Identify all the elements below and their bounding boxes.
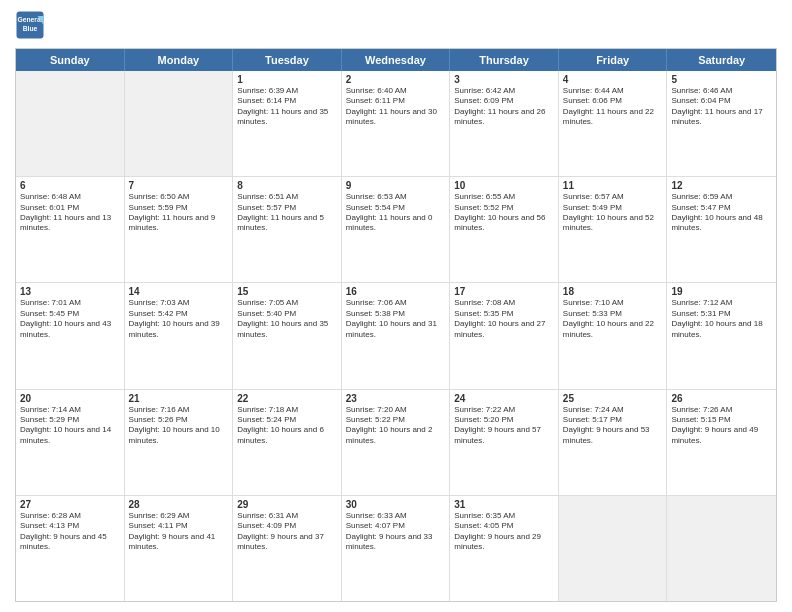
calendar-cell: 16Sunrise: 7:06 AM Sunset: 5:38 PM Dayli… — [342, 283, 451, 388]
cell-content: Sunrise: 6:50 AM Sunset: 5:59 PM Dayligh… — [129, 192, 229, 234]
calendar-cell: 5Sunrise: 6:46 AM Sunset: 6:04 PM Daylig… — [667, 71, 776, 176]
calendar-cell: 19Sunrise: 7:12 AM Sunset: 5:31 PM Dayli… — [667, 283, 776, 388]
day-number: 18 — [563, 286, 663, 297]
day-number: 11 — [563, 180, 663, 191]
cell-content: Sunrise: 6:35 AM Sunset: 4:05 PM Dayligh… — [454, 511, 554, 553]
header-day-tuesday: Tuesday — [233, 49, 342, 71]
calendar-body: 1Sunrise: 6:39 AM Sunset: 6:14 PM Daylig… — [16, 71, 776, 601]
calendar-cell: 26Sunrise: 7:26 AM Sunset: 5:15 PM Dayli… — [667, 390, 776, 495]
day-number: 14 — [129, 286, 229, 297]
cell-content: Sunrise: 6:31 AM Sunset: 4:09 PM Dayligh… — [237, 511, 337, 553]
calendar-cell: 23Sunrise: 7:20 AM Sunset: 5:22 PM Dayli… — [342, 390, 451, 495]
day-number: 6 — [20, 180, 120, 191]
cell-content: Sunrise: 6:53 AM Sunset: 5:54 PM Dayligh… — [346, 192, 446, 234]
calendar-row-3: 20Sunrise: 7:14 AM Sunset: 5:29 PM Dayli… — [16, 390, 776, 496]
day-number: 2 — [346, 74, 446, 85]
day-number: 28 — [129, 499, 229, 510]
cell-content: Sunrise: 6:51 AM Sunset: 5:57 PM Dayligh… — [237, 192, 337, 234]
cell-content: Sunrise: 6:33 AM Sunset: 4:07 PM Dayligh… — [346, 511, 446, 553]
cell-content: Sunrise: 7:05 AM Sunset: 5:40 PM Dayligh… — [237, 298, 337, 340]
cell-content: Sunrise: 6:57 AM Sunset: 5:49 PM Dayligh… — [563, 192, 663, 234]
calendar-cell: 18Sunrise: 7:10 AM Sunset: 5:33 PM Dayli… — [559, 283, 668, 388]
day-number: 19 — [671, 286, 772, 297]
day-number: 3 — [454, 74, 554, 85]
cell-content: Sunrise: 6:40 AM Sunset: 6:11 PM Dayligh… — [346, 86, 446, 128]
cell-content: Sunrise: 7:16 AM Sunset: 5:26 PM Dayligh… — [129, 405, 229, 447]
cell-content: Sunrise: 7:20 AM Sunset: 5:22 PM Dayligh… — [346, 405, 446, 447]
calendar-cell: 9Sunrise: 6:53 AM Sunset: 5:54 PM Daylig… — [342, 177, 451, 282]
calendar-cell: 15Sunrise: 7:05 AM Sunset: 5:40 PM Dayli… — [233, 283, 342, 388]
calendar-header: SundayMondayTuesdayWednesdayThursdayFrid… — [16, 49, 776, 71]
calendar-row-2: 13Sunrise: 7:01 AM Sunset: 5:45 PM Dayli… — [16, 283, 776, 389]
cell-content: Sunrise: 7:06 AM Sunset: 5:38 PM Dayligh… — [346, 298, 446, 340]
day-number: 16 — [346, 286, 446, 297]
cell-content: Sunrise: 7:24 AM Sunset: 5:17 PM Dayligh… — [563, 405, 663, 447]
calendar-cell — [16, 71, 125, 176]
day-number: 9 — [346, 180, 446, 191]
day-number: 29 — [237, 499, 337, 510]
cell-content: Sunrise: 7:14 AM Sunset: 5:29 PM Dayligh… — [20, 405, 120, 447]
calendar-row-1: 6Sunrise: 6:48 AM Sunset: 6:01 PM Daylig… — [16, 177, 776, 283]
logo: General Blue — [15, 10, 49, 40]
cell-content: Sunrise: 6:29 AM Sunset: 4:11 PM Dayligh… — [129, 511, 229, 553]
cell-content: Sunrise: 6:39 AM Sunset: 6:14 PM Dayligh… — [237, 86, 337, 128]
cell-content: Sunrise: 6:28 AM Sunset: 4:13 PM Dayligh… — [20, 511, 120, 553]
day-number: 21 — [129, 393, 229, 404]
day-number: 8 — [237, 180, 337, 191]
svg-text:Blue: Blue — [23, 25, 38, 32]
calendar-cell: 6Sunrise: 6:48 AM Sunset: 6:01 PM Daylig… — [16, 177, 125, 282]
day-number: 30 — [346, 499, 446, 510]
cell-content: Sunrise: 6:46 AM Sunset: 6:04 PM Dayligh… — [671, 86, 772, 128]
calendar-cell: 22Sunrise: 7:18 AM Sunset: 5:24 PM Dayli… — [233, 390, 342, 495]
day-number: 23 — [346, 393, 446, 404]
day-number: 27 — [20, 499, 120, 510]
calendar-row-4: 27Sunrise: 6:28 AM Sunset: 4:13 PM Dayli… — [16, 496, 776, 601]
day-number: 10 — [454, 180, 554, 191]
page: General Blue SundayMondayTuesdayWednesda… — [0, 0, 792, 612]
calendar-cell — [125, 71, 234, 176]
day-number: 26 — [671, 393, 772, 404]
day-number: 4 — [563, 74, 663, 85]
cell-content: Sunrise: 6:55 AM Sunset: 5:52 PM Dayligh… — [454, 192, 554, 234]
header-day-saturday: Saturday — [667, 49, 776, 71]
header-day-sunday: Sunday — [16, 49, 125, 71]
calendar-cell: 4Sunrise: 6:44 AM Sunset: 6:06 PM Daylig… — [559, 71, 668, 176]
calendar-cell: 3Sunrise: 6:42 AM Sunset: 6:09 PM Daylig… — [450, 71, 559, 176]
header-day-friday: Friday — [559, 49, 668, 71]
calendar-cell: 21Sunrise: 7:16 AM Sunset: 5:26 PM Dayli… — [125, 390, 234, 495]
calendar-cell: 8Sunrise: 6:51 AM Sunset: 5:57 PM Daylig… — [233, 177, 342, 282]
calendar-cell — [559, 496, 668, 601]
calendar-cell: 17Sunrise: 7:08 AM Sunset: 5:35 PM Dayli… — [450, 283, 559, 388]
day-number: 1 — [237, 74, 337, 85]
cell-content: Sunrise: 6:59 AM Sunset: 5:47 PM Dayligh… — [671, 192, 772, 234]
day-number: 31 — [454, 499, 554, 510]
day-number: 5 — [671, 74, 772, 85]
cell-content: Sunrise: 7:26 AM Sunset: 5:15 PM Dayligh… — [671, 405, 772, 447]
cell-content: Sunrise: 7:01 AM Sunset: 5:45 PM Dayligh… — [20, 298, 120, 340]
calendar-cell: 28Sunrise: 6:29 AM Sunset: 4:11 PM Dayli… — [125, 496, 234, 601]
day-number: 15 — [237, 286, 337, 297]
calendar-cell — [667, 496, 776, 601]
calendar-cell: 20Sunrise: 7:14 AM Sunset: 5:29 PM Dayli… — [16, 390, 125, 495]
calendar-cell: 24Sunrise: 7:22 AM Sunset: 5:20 PM Dayli… — [450, 390, 559, 495]
cell-content: Sunrise: 7:10 AM Sunset: 5:33 PM Dayligh… — [563, 298, 663, 340]
header-day-wednesday: Wednesday — [342, 49, 451, 71]
logo-icon: General Blue — [15, 10, 45, 40]
cell-content: Sunrise: 6:42 AM Sunset: 6:09 PM Dayligh… — [454, 86, 554, 128]
header-day-thursday: Thursday — [450, 49, 559, 71]
calendar-cell: 13Sunrise: 7:01 AM Sunset: 5:45 PM Dayli… — [16, 283, 125, 388]
header: General Blue — [15, 10, 777, 40]
calendar: SundayMondayTuesdayWednesdayThursdayFrid… — [15, 48, 777, 602]
day-number: 7 — [129, 180, 229, 191]
day-number: 12 — [671, 180, 772, 191]
cell-content: Sunrise: 7:22 AM Sunset: 5:20 PM Dayligh… — [454, 405, 554, 447]
day-number: 22 — [237, 393, 337, 404]
calendar-cell: 2Sunrise: 6:40 AM Sunset: 6:11 PM Daylig… — [342, 71, 451, 176]
cell-content: Sunrise: 7:12 AM Sunset: 5:31 PM Dayligh… — [671, 298, 772, 340]
calendar-cell: 30Sunrise: 6:33 AM Sunset: 4:07 PM Dayli… — [342, 496, 451, 601]
cell-content: Sunrise: 7:18 AM Sunset: 5:24 PM Dayligh… — [237, 405, 337, 447]
calendar-cell: 25Sunrise: 7:24 AM Sunset: 5:17 PM Dayli… — [559, 390, 668, 495]
cell-content: Sunrise: 7:03 AM Sunset: 5:42 PM Dayligh… — [129, 298, 229, 340]
calendar-cell: 12Sunrise: 6:59 AM Sunset: 5:47 PM Dayli… — [667, 177, 776, 282]
calendar-cell: 29Sunrise: 6:31 AM Sunset: 4:09 PM Dayli… — [233, 496, 342, 601]
